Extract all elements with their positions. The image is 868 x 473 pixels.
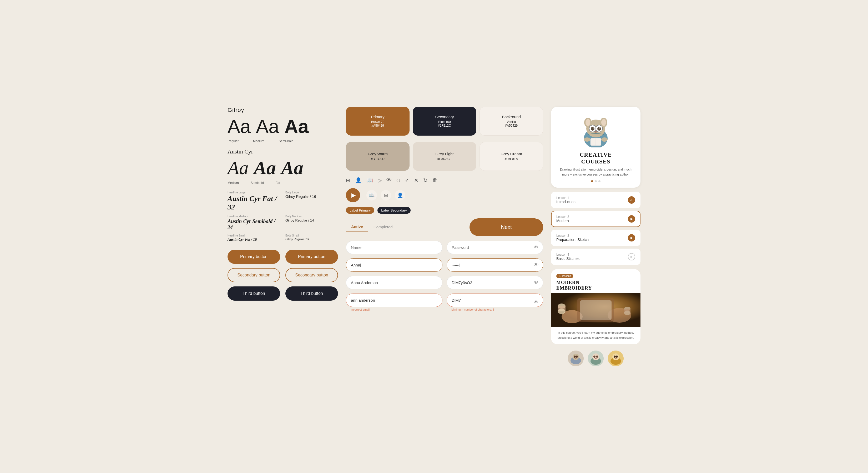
book-btn[interactable]: 📖 bbox=[366, 190, 377, 201]
refresh-icon[interactable]: ↻ bbox=[423, 177, 428, 183]
label-secondary: Label Secondary bbox=[377, 207, 411, 214]
password-error-message: Minimum number of characters: 8 bbox=[446, 308, 543, 311]
body-large-label: Body Large bbox=[285, 191, 338, 194]
svg-point-4 bbox=[586, 119, 590, 126]
headline-small-label: Headline Small bbox=[227, 234, 280, 237]
svg-point-34 bbox=[575, 358, 577, 359]
name-error-message: Incorrect email bbox=[346, 308, 442, 311]
next-button[interactable]: Next bbox=[469, 218, 543, 236]
third-button-dark[interactable]: Third button bbox=[227, 286, 280, 301]
eye-icon[interactable]: 👁 bbox=[386, 177, 392, 183]
svg-point-40 bbox=[595, 358, 596, 359]
gilroy-semibold-sample: Aa bbox=[284, 115, 309, 137]
password-filled-eye-icon[interactable]: 👁 bbox=[534, 280, 538, 285]
body-medium-value: Gilroy Regular / 14 bbox=[285, 218, 338, 222]
gilroy-medium-sample: Aa bbox=[256, 115, 279, 137]
name-input-group bbox=[346, 241, 442, 254]
password-filled-input[interactable] bbox=[446, 276, 543, 289]
course-mascot bbox=[572, 112, 619, 149]
play-icon[interactable]: ▷ bbox=[378, 177, 382, 183]
password-active-eye-icon[interactable]: 👁 bbox=[534, 262, 538, 268]
grid-icon[interactable]: ⊞ bbox=[346, 177, 350, 183]
gilroy-semibold-label: Semi-Bold bbox=[279, 139, 293, 143]
svg-point-10 bbox=[593, 128, 594, 129]
austin-medium-sample: Aa bbox=[227, 157, 249, 179]
svg-point-44 bbox=[614, 356, 616, 358]
svg-point-25 bbox=[558, 309, 565, 314]
secondary-button-outline-2[interactable]: Secondary button bbox=[285, 268, 338, 282]
avatar-1 bbox=[568, 350, 584, 366]
embroidery-badge: 10 lessons bbox=[556, 274, 573, 278]
lesson-item-3[interactable]: Lesson 3 Preparation: Sketch ▶ bbox=[551, 230, 641, 246]
password-error-eye-icon[interactable]: 👁 bbox=[534, 300, 538, 305]
svg-point-38 bbox=[593, 356, 595, 358]
embroidery-title: MODERNEMBROIDERY bbox=[556, 280, 635, 291]
svg-point-32 bbox=[574, 356, 576, 358]
avatar-3 bbox=[608, 350, 624, 366]
swatch-backround-sub: Vanilla bbox=[506, 120, 516, 124]
swatch-grey-light: Grey Light #E3DACF bbox=[413, 142, 476, 171]
body-small-label: Body Small bbox=[285, 234, 338, 237]
play-button-big[interactable]: ▶ bbox=[346, 188, 360, 202]
svg-point-13 bbox=[594, 131, 597, 133]
lessons-panel: Lesson 1 Introduction ✓ Lesson 2 Modern … bbox=[551, 192, 641, 265]
password-eye-icon[interactable]: 👁 bbox=[534, 245, 538, 250]
swatch-grey-light-name: Grey Light bbox=[435, 151, 454, 156]
svg-point-46 bbox=[615, 358, 617, 359]
icons-row: ⊞ 👤 📖 ▷ 👁 ◌ ✓ ✕ ↻ 🗑 bbox=[346, 177, 543, 183]
headline-small-value: Austin Cyr Fat / 16 bbox=[227, 238, 280, 242]
name-placeholder-input[interactable] bbox=[346, 241, 442, 254]
trash-icon[interactable]: 🗑 bbox=[432, 177, 438, 183]
headline-medium-label: Headline Medium bbox=[227, 215, 280, 218]
austin-medium-label: Medium bbox=[227, 181, 239, 185]
password-error-input[interactable] bbox=[446, 294, 543, 307]
svg-point-39 bbox=[596, 356, 598, 358]
swatch-backround: Backround Vanilla #A56429 bbox=[479, 107, 543, 136]
austin-fat-sample: Aa bbox=[281, 157, 303, 179]
user-btn[interactable]: 👤 bbox=[395, 190, 405, 201]
svg-point-8 bbox=[591, 127, 594, 131]
name-filled-input[interactable] bbox=[346, 276, 442, 289]
primary-button-filled-2[interactable]: Primary button bbox=[285, 250, 338, 264]
austin-fat-label: Fat bbox=[276, 181, 280, 185]
swatch-backround-hex: #A56429 bbox=[505, 124, 518, 128]
tab-active[interactable]: Active bbox=[346, 222, 368, 232]
user-icon[interactable]: 👤 bbox=[355, 177, 362, 183]
name-error-input[interactable] bbox=[346, 294, 442, 307]
lesson-4-title: Basic Stitches bbox=[556, 257, 580, 261]
lesson-3-play-icon: ▶ bbox=[628, 234, 635, 241]
course-card: CREATIVECOURSES Drawing, illustration, e… bbox=[551, 107, 641, 188]
body-small-value: Gilroy Regular / 12 bbox=[285, 238, 338, 241]
lesson-1-title: Introduction bbox=[556, 200, 576, 204]
swatch-primary-hex: #A56429 bbox=[371, 124, 384, 128]
lesson-item-4[interactable]: Lesson 4 Basic Stitches ▶ bbox=[551, 248, 641, 265]
swatch-backround-name: Backround bbox=[502, 114, 521, 119]
lesson-3-title: Preparation: Sketch bbox=[556, 238, 589, 242]
lesson-item-2[interactable]: Lesson 2 Modern ▶ bbox=[551, 211, 641, 227]
lesson-item-1[interactable]: Lesson 1 Introduction ✓ bbox=[551, 192, 641, 208]
svg-point-37 bbox=[592, 353, 599, 360]
lesson-4-play-icon: ▶ bbox=[628, 253, 635, 261]
eye-small-icon[interactable]: ◌ bbox=[396, 178, 400, 182]
close-icon[interactable]: ✕ bbox=[414, 177, 418, 183]
card-dot-2 bbox=[595, 180, 597, 182]
svg-point-5 bbox=[601, 119, 606, 126]
password-active-input[interactable] bbox=[446, 258, 543, 272]
course-card-title: CREATIVECOURSES bbox=[580, 151, 612, 165]
book-icon[interactable]: 📖 bbox=[366, 177, 373, 183]
grid-btn[interactable]: ⊞ bbox=[381, 190, 391, 201]
password-placeholder-input[interactable] bbox=[446, 241, 543, 254]
swatch-grey-warm-hex: #BFB09D bbox=[371, 157, 384, 161]
font-name-gilroy: Gilroy bbox=[227, 107, 338, 113]
embroidery-image bbox=[551, 293, 641, 327]
tab-completed[interactable]: Completed bbox=[368, 222, 398, 232]
avatar-2 bbox=[588, 350, 603, 366]
check-icon[interactable]: ✓ bbox=[405, 177, 409, 183]
secondary-button-outline[interactable]: Secondary button bbox=[227, 268, 280, 282]
third-button-dark-2[interactable]: Third button bbox=[285, 286, 338, 301]
embroidery-card: 10 lessons MODERNEMBROIDERY bbox=[551, 269, 641, 344]
swatch-secondary-sub: Blue 100 bbox=[438, 120, 451, 124]
primary-button-filled[interactable]: Primary button bbox=[227, 250, 280, 264]
svg-point-9 bbox=[597, 127, 601, 131]
name-active-input[interactable] bbox=[346, 258, 442, 272]
